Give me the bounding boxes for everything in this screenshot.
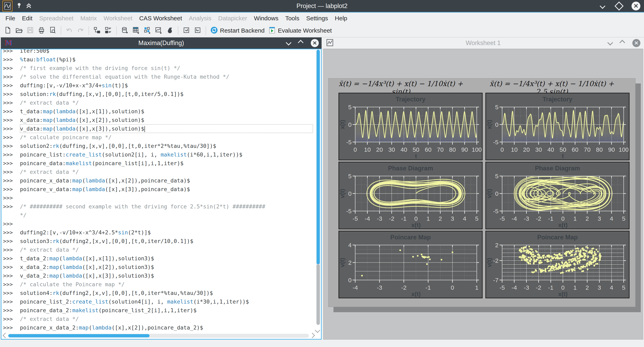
menu-cas-worksheet[interactable]: CAS Worksheet xyxy=(136,15,186,22)
ws-float-icon[interactable] xyxy=(620,41,624,45)
menu-tools[interactable]: Tools xyxy=(282,15,303,22)
code-prompt: >>> xyxy=(3,219,20,228)
code-entry[interactable]: /* extract data */ xyxy=(20,245,313,254)
code-entry[interactable]: t_data:map(lambda([x],x[1]),solution)$ xyxy=(20,107,313,116)
svg-text:x(t): x(t) xyxy=(486,120,492,129)
worksheet-panel-header[interactable]: Worksheet 1 ✕ xyxy=(323,37,643,49)
cas-float-icon[interactable] xyxy=(299,41,303,45)
new-matrix-button[interactable] xyxy=(130,25,142,36)
code-entry[interactable]: solution2:rk(duffing,[x,v],[0,0],[t,0,it… xyxy=(20,142,313,150)
code-entry[interactable]: poincare_x_data_2:map(lambda([x],x[2]),p… xyxy=(20,323,313,332)
code-prompt xyxy=(3,211,20,219)
new-workbook-button[interactable] xyxy=(142,25,153,36)
svg-text:1: 1 xyxy=(475,284,478,291)
scroll-right-icon[interactable] xyxy=(310,333,315,338)
cas-editor[interactable]: >>>iter:500$>>>%tau:bfloat(%pi)$>>>/* fi… xyxy=(1,49,322,340)
toolbar-separator xyxy=(178,26,178,35)
svg-text:3: 3 xyxy=(451,215,454,222)
code-entry[interactable]: /* calculate poincare map */ xyxy=(20,133,313,142)
equation-label-1: ẍ(t) = −1/4x³(t) + x(t) − 1/10ẋ(t) + sin… xyxy=(336,80,465,90)
code-entry[interactable]: x_data_2:map(lambda([x],x[2]),solution3)… xyxy=(20,263,313,271)
cas-panel-header[interactable]: M M Maxima(Duffing) ✕ xyxy=(1,37,322,49)
code-line: >>>poincare_data_2:makelist(poincare_lis… xyxy=(3,306,313,315)
code-entry[interactable]: poincare_x_data:map(lambda([x],x[2]),poi… xyxy=(20,176,313,185)
plot-phase-diagram-2[interactable]: Phase Diagram -5-4-3-2-101234550-5 x(t) … xyxy=(486,162,630,229)
new-datapicker-button[interactable] xyxy=(153,25,164,36)
svg-text:2: 2 xyxy=(495,242,498,248)
properties-explorer-button[interactable] xyxy=(103,25,114,36)
ws-undock-icon[interactable] xyxy=(608,41,612,45)
code-entry[interactable]: duffing2:[v,-v/10+x-x^3/4+2.5*sin(2*t)]$ xyxy=(20,228,313,237)
code-entry[interactable]: duffing:[v,-v/10+x-x^3/4+sin(t)]$ xyxy=(20,81,313,90)
new-note-button[interactable] xyxy=(164,25,176,36)
plot-phase-diagram-1[interactable]: Phase Diagram -5-4-3-2-101234550-5 x(t) … xyxy=(338,162,482,229)
code-entry[interactable]: poincare_v_data:map(lambda([x],x[3]),poi… xyxy=(20,185,313,194)
code-entry[interactable]: /* ########## second example with the dr… xyxy=(20,202,313,211)
close-window-button[interactable]: ✕ xyxy=(632,1,640,10)
menu-edit[interactable]: Edit xyxy=(18,15,36,22)
code-entry[interactable] xyxy=(20,194,313,202)
code-entry[interactable]: v_data_2:map(lambda([x],x[3]),solution3)… xyxy=(20,271,313,280)
code-entry[interactable]: solution3:rk(duffing2,[x,v],[0,0],[t,0,i… xyxy=(20,237,313,245)
code-entry[interactable]: /* solve the differential equation with … xyxy=(20,72,313,81)
print-preview-button[interactable] xyxy=(47,25,58,36)
code-entry[interactable]: /* first example with the driving force … xyxy=(20,64,313,72)
export-button[interactable] xyxy=(192,25,203,36)
maxima-code-area[interactable]: >>>iter:500$>>>%tau:bfloat(%pi)$>>>/* fi… xyxy=(3,49,313,332)
new-spreadsheet-button[interactable] xyxy=(119,25,130,36)
code-entry[interactable]: solution:rk(duffing,[x,v],[0,0],[t,0,ite… xyxy=(20,90,313,98)
import-button[interactable] xyxy=(181,25,192,36)
code-entry[interactable]: /* calculate the Poincare map */ xyxy=(20,280,313,289)
code-entry[interactable]: */ xyxy=(20,211,313,219)
svg-text:3: 3 xyxy=(598,215,601,222)
code-line: >>> xyxy=(3,219,313,228)
worksheet-view[interactable]: ẍ(t) = −1/4x³(t) + x(t) − 1/10ẋ(t) + sin… xyxy=(323,49,643,340)
code-entry[interactable]: poincare_data:makelist(poincare_list[i],… xyxy=(20,159,313,168)
new-document-button[interactable] xyxy=(2,25,13,36)
code-entry[interactable]: /* extract data */ xyxy=(20,315,313,323)
cas-undock-icon[interactable] xyxy=(286,41,290,45)
restart-backend-icon xyxy=(210,26,218,35)
svg-text:x(t): x(t) xyxy=(558,222,568,228)
code-entry-focused[interactable]: v_data:map(lambda([x],x[3]),solution)$ xyxy=(20,124,313,133)
code-entry[interactable]: solution4:rk(duffing2,[x,v],[0,0],[t,0,i… xyxy=(20,289,313,297)
code-line: >>>solution:rk(duffing,[x,v],[0,0],[t,0,… xyxy=(3,90,313,98)
svg-text:90: 90 xyxy=(608,146,615,153)
menu-settings[interactable]: Settings xyxy=(303,15,331,22)
svg-text:0: 0 xyxy=(495,190,498,197)
ws-close-button[interactable]: ✕ xyxy=(632,39,640,47)
cas-vertical-scrollbar[interactable] xyxy=(316,50,320,325)
menu-file[interactable]: File xyxy=(2,15,18,22)
plot-poincare-map-1[interactable]: Poincare Map -4-3-2-101420 x(t) v(t) xyxy=(338,231,482,298)
code-entry[interactable]: iter:500$ xyxy=(20,49,313,55)
scroll-down-icon[interactable] xyxy=(315,328,320,333)
open-file-button[interactable] xyxy=(13,25,24,36)
restart-backend-button[interactable]: Restart Backend xyxy=(208,25,266,36)
cas-close-button[interactable]: ✕ xyxy=(311,39,319,47)
project-explorer-button[interactable] xyxy=(91,25,103,36)
code-entry[interactable]: poincare_data_2:makelist(poincare_list_2… xyxy=(20,306,313,315)
worksheet-page[interactable]: ẍ(t) = −1/4x³(t) + x(t) − 1/10ẋ(t) + sin… xyxy=(328,78,636,307)
code-entry[interactable]: /* extract data */ xyxy=(20,168,313,176)
code-entry[interactable]: t_data_2:map(lambda([x],x[1]),solution3)… xyxy=(20,254,313,263)
code-entry[interactable]: /* extract data */ xyxy=(20,98,313,107)
plot-trajectory-2[interactable]: Trajectory 010203040506070809010050-5 t … xyxy=(486,93,630,160)
svg-text:2: 2 xyxy=(438,215,442,222)
cas-horizontal-scrollbar[interactable] xyxy=(8,334,309,338)
code-prompt: >>> xyxy=(3,194,20,202)
plot-poincare-map-2[interactable]: Poincare Map -5-4-3-2-10123452-2-7 x(t) … xyxy=(486,231,630,298)
code-entry[interactable]: poincare_list:create_list(solution2[i], … xyxy=(20,150,313,159)
code-line: */ xyxy=(3,211,313,219)
code-entry[interactable] xyxy=(20,219,313,228)
code-entry[interactable]: poincare_list_2:create_list(solution4[i]… xyxy=(20,297,313,306)
menu-windows[interactable]: Windows xyxy=(250,15,282,22)
plot-trajectory-1[interactable]: Trajectory 010203040506070809010050-5 t … xyxy=(338,93,482,160)
print-button[interactable] xyxy=(36,25,47,36)
menu-help[interactable]: Help xyxy=(332,15,351,22)
minimize-button[interactable] xyxy=(598,2,606,10)
maximize-button[interactable] xyxy=(615,2,623,10)
evaluate-worksheet-button[interactable]: Evaluate Worksheet xyxy=(266,25,334,36)
code-entry[interactable]: %tau:bfloat(%pi)$ xyxy=(20,55,313,64)
scroll-left-icon[interactable] xyxy=(2,333,8,338)
code-entry[interactable]: x_data:map(lambda([x],x[2]),solution)$ xyxy=(20,116,313,124)
